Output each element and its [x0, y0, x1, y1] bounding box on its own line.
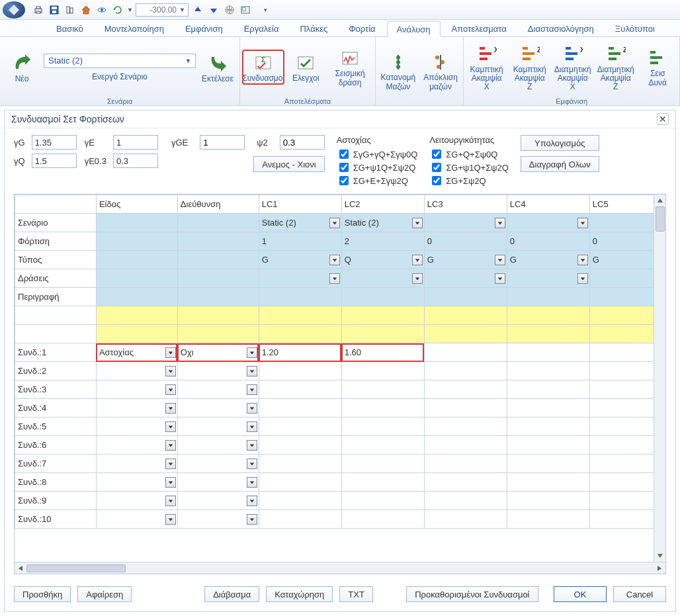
qat-dropdown-icon[interactable]: ▾	[264, 7, 267, 13]
tab-4[interactable]: Πλάκες	[290, 21, 337, 36]
dropdown-icon[interactable]	[247, 440, 257, 451]
dropdown-icon[interactable]	[577, 218, 588, 228]
dropdown-icon[interactable]	[412, 273, 423, 284]
failure-check-0[interactable]: ΣγG+γQ+Σγψ0Q	[337, 148, 418, 161]
save-icon[interactable]	[48, 3, 61, 17]
arrow-up-icon[interactable]	[191, 3, 204, 17]
tab-5[interactable]: Φορτία	[339, 21, 385, 36]
seis-dyn-button[interactable]: Σεισ Δυνά	[638, 46, 677, 88]
service-checkbox-2[interactable]	[432, 176, 441, 185]
dropdown-icon[interactable]	[495, 218, 505, 228]
tab-8[interactable]: Διαστασιολόγηση	[518, 21, 604, 36]
scroll-thumb-v[interactable]	[656, 206, 665, 232]
gE-input[interactable]	[113, 135, 158, 150]
scroll-left-icon[interactable]	[15, 562, 26, 574]
dropdown-icon[interactable]	[165, 514, 176, 525]
close-icon[interactable]: ✕	[657, 113, 669, 125]
dropdown-icon[interactable]	[247, 347, 257, 358]
scroll-right-icon[interactable]	[654, 562, 665, 574]
dropdown-icon[interactable]	[247, 403, 257, 414]
dropdown-icon[interactable]	[247, 384, 257, 395]
gE03-input[interactable]	[113, 154, 158, 168]
tab-0[interactable]: Βασικό	[46, 21, 93, 36]
scroll-up-icon[interactable]	[654, 195, 665, 206]
dropdown-icon[interactable]	[165, 421, 176, 432]
service-check-2[interactable]: ΣG+Σψ2Q	[429, 174, 509, 187]
vertical-scrollbar[interactable]	[654, 195, 665, 562]
dropdown-icon[interactable]	[247, 459, 257, 469]
bend-x-button[interactable]: XΚαμπτική Ακαμψία Χ	[466, 42, 507, 93]
service-checkbox-1[interactable]	[432, 163, 441, 172]
dropdown-icon[interactable]	[247, 421, 257, 432]
save-button[interactable]: Καταχώρηση	[266, 586, 333, 602]
horizontal-scrollbar[interactable]	[15, 562, 665, 574]
bend-z-button[interactable]: ZΚαμπτική Ακαμψία Ζ	[509, 42, 550, 93]
dropdown-icon[interactable]	[495, 255, 505, 265]
building-icon[interactable]	[64, 3, 77, 17]
dropdown-icon[interactable]	[412, 255, 423, 265]
add-button[interactable]: Προσθήκη	[14, 586, 71, 602]
failure-checkbox-2[interactable]	[339, 176, 349, 185]
checks-button[interactable]: Ελεγχοι	[286, 50, 325, 84]
dropdown-icon[interactable]	[165, 366, 176, 376]
service-checkbox-0[interactable]	[432, 150, 441, 159]
shear-z-button[interactable]: ZΔιατμητική Ακαμψία Ζ	[595, 42, 636, 93]
value-input[interactable]: -300.00 ▼	[136, 3, 189, 17]
dropdown-icon[interactable]	[165, 384, 176, 395]
dropdown-icon[interactable]	[247, 496, 257, 506]
arrow-down-icon[interactable]	[207, 3, 220, 17]
dropdown-icon[interactable]	[329, 273, 340, 284]
cancel-button[interactable]: Cancel	[613, 586, 666, 602]
psi2-input[interactable]	[280, 135, 325, 150]
refresh-icon[interactable]	[111, 3, 124, 17]
ok-button[interactable]: OK	[554, 586, 607, 602]
wind-snow-button[interactable]: Ανεμος - Χιονι	[253, 156, 324, 172]
home-icon[interactable]	[79, 3, 93, 17]
tab-7[interactable]: Αποτελεσματα	[442, 21, 517, 36]
neo-button[interactable]: Νέο	[3, 50, 41, 85]
dropdown-icon[interactable]	[247, 477, 257, 488]
tab-2[interactable]: Εμφάνιση	[175, 21, 233, 36]
dropdown-icon[interactable]	[577, 273, 588, 284]
chevron-down-icon[interactable]: ▼	[179, 7, 185, 13]
dropdown-icon[interactable]	[329, 255, 340, 265]
failure-checkbox-1[interactable]	[339, 163, 349, 172]
app-logo[interactable]	[3, 1, 25, 19]
calculate-button[interactable]: Υπολογισμός	[521, 135, 599, 151]
execute-button[interactable]: Εκτέλεσε	[198, 50, 237, 85]
eye-icon[interactable]	[95, 3, 108, 17]
read-button[interactable]: Διάβασμα	[204, 586, 259, 602]
dropdown-icon[interactable]	[329, 218, 340, 228]
txt-button[interactable]: TXT	[339, 586, 373, 602]
tab-6[interactable]: Ανάλυση	[387, 21, 441, 37]
remove-button[interactable]: Αφαίρεση	[77, 586, 132, 602]
seismic-button[interactable]: Σεισμική δράση	[327, 46, 372, 88]
active-scenario-combo[interactable]: Static (2)▼	[44, 54, 196, 68]
scroll-down-icon[interactable]	[654, 550, 665, 562]
preset-button[interactable]: Προκαθορισμένοι Συνδυασμοί	[406, 586, 538, 602]
dropdown-icon[interactable]	[165, 440, 176, 451]
shear-x-button[interactable]: XΔιατμητική Ακαμψία Χ	[552, 42, 593, 93]
service-check-1[interactable]: ΣG+ψ1Q+Σψ2Q	[429, 161, 509, 174]
tab-9[interactable]: Ξυλότυποι	[605, 21, 665, 36]
clear-all-button[interactable]: Διαγραφή Ολων	[521, 156, 599, 172]
tab-1[interactable]: Μοντελοποίηση	[95, 21, 174, 36]
dropdown-icon[interactable]	[247, 514, 257, 525]
dropdown-icon[interactable]	[412, 218, 423, 228]
dropdown-icon[interactable]: ▼	[127, 7, 133, 13]
dropdown-icon[interactable]	[165, 347, 176, 358]
gallery-icon[interactable]	[239, 3, 252, 17]
dropdown-icon[interactable]	[495, 273, 505, 284]
mass-dev-button[interactable]: Απόκλιση μαζών	[421, 50, 460, 92]
mass-dist-button[interactable]: Κατανομή Μαζών	[378, 50, 418, 92]
dropdown-icon[interactable]	[165, 477, 176, 488]
dropdown-icon[interactable]	[165, 496, 176, 506]
gQ-input[interactable]	[32, 154, 77, 168]
dropdown-icon[interactable]	[165, 459, 176, 469]
dropdown-icon[interactable]	[247, 366, 257, 376]
dropdown-icon[interactable]	[577, 255, 588, 265]
failure-check-2[interactable]: ΣG+E+Σγψ2Q	[337, 174, 418, 187]
scroll-thumb-h[interactable]	[26, 564, 126, 572]
failure-check-1[interactable]: ΣG+ψ1Q+Σψ2Q	[337, 161, 418, 174]
gGE-input[interactable]	[200, 135, 245, 150]
